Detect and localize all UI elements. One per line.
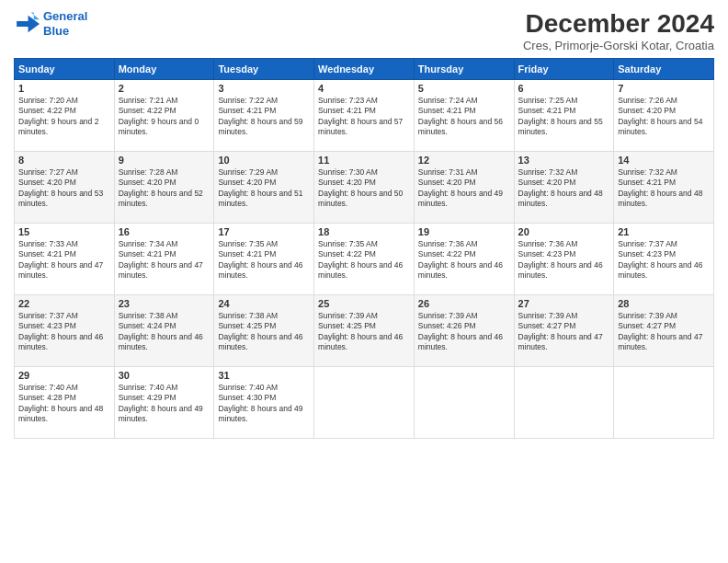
calendar-cell: 30 Sunrise: 7:40 AM Sunset: 4:29 PM Dayl… — [114, 367, 214, 439]
day-number: 22 — [18, 298, 110, 309]
header: General Blue December 2024 Cres, Primorj… — [14, 9, 714, 52]
calendar-cell: 25 Sunrise: 7:39 AM Sunset: 4:25 PM Dayl… — [314, 295, 415, 367]
day-number: 1 — [18, 83, 110, 94]
day-number: 12 — [418, 155, 510, 166]
calendar-cell: 28 Sunrise: 7:39 AM Sunset: 4:27 PM Dayl… — [614, 295, 714, 367]
calendar-cell: 23 Sunrise: 7:38 AM Sunset: 4:24 PM Dayl… — [114, 295, 214, 367]
calendar-cell: 3 Sunrise: 7:22 AM Sunset: 4:21 PM Dayli… — [214, 80, 314, 152]
cell-content: Sunrise: 7:24 AM Sunset: 4:21 PM Dayligh… — [418, 96, 510, 138]
calendar-cell: 26 Sunrise: 7:39 AM Sunset: 4:26 PM Dayl… — [414, 295, 514, 367]
day-number: 15 — [18, 226, 110, 237]
title-block: December 2024 Cres, Primorje-Gorski Kota… — [523, 9, 714, 52]
cell-content: Sunrise: 7:20 AM Sunset: 4:22 PM Dayligh… — [18, 96, 110, 138]
calendar-header-wednesday: Wednesday — [314, 59, 415, 80]
calendar-cell: 7 Sunrise: 7:26 AM Sunset: 4:20 PM Dayli… — [614, 80, 714, 152]
calendar-cell: 5 Sunrise: 7:24 AM Sunset: 4:21 PM Dayli… — [414, 80, 514, 152]
cell-content: Sunrise: 7:40 AM Sunset: 4:30 PM Dayligh… — [218, 383, 310, 425]
calendar-cell — [414, 367, 514, 439]
day-number: 9 — [119, 155, 210, 166]
calendar-cell: 10 Sunrise: 7:29 AM Sunset: 4:20 PM Dayl… — [214, 152, 314, 224]
page: General Blue December 2024 Cres, Primorj… — [0, 0, 728, 563]
day-number: 27 — [518, 298, 610, 309]
calendar-cell: 2 Sunrise: 7:21 AM Sunset: 4:22 PM Dayli… — [114, 80, 214, 152]
cell-content: Sunrise: 7:40 AM Sunset: 4:29 PM Dayligh… — [119, 383, 210, 425]
cell-content: Sunrise: 7:38 AM Sunset: 4:24 PM Dayligh… — [119, 311, 210, 353]
calendar-cell — [314, 367, 415, 439]
cell-content: Sunrise: 7:40 AM Sunset: 4:28 PM Dayligh… — [18, 383, 110, 425]
day-number: 8 — [18, 155, 110, 166]
calendar-header-monday: Monday — [114, 59, 214, 80]
cell-content: Sunrise: 7:28 AM Sunset: 4:20 PM Dayligh… — [119, 167, 210, 210]
logo: General Blue — [14, 9, 87, 38]
location: Cres, Primorje-Gorski Kotar, Croatia — [523, 39, 714, 52]
calendar-week-row: 15 Sunrise: 7:33 AM Sunset: 4:21 PM Dayl… — [15, 224, 714, 295]
day-number: 14 — [618, 155, 710, 166]
cell-content: Sunrise: 7:21 AM Sunset: 4:22 PM Dayligh… — [119, 96, 210, 138]
calendar-header-tuesday: Tuesday — [214, 59, 314, 80]
cell-content: Sunrise: 7:32 AM Sunset: 4:21 PM Dayligh… — [618, 167, 710, 210]
day-number: 10 — [218, 155, 310, 166]
day-number: 20 — [518, 226, 610, 237]
calendar-cell — [514, 367, 614, 439]
calendar-cell: 27 Sunrise: 7:39 AM Sunset: 4:27 PM Dayl… — [514, 295, 614, 367]
day-number: 26 — [418, 298, 510, 309]
logo-icon — [14, 11, 40, 37]
cell-content: Sunrise: 7:37 AM Sunset: 4:23 PM Dayligh… — [18, 311, 110, 353]
day-number: 3 — [218, 83, 310, 94]
calendar-week-row: 1 Sunrise: 7:20 AM Sunset: 4:22 PM Dayli… — [15, 80, 714, 152]
calendar-cell: 21 Sunrise: 7:37 AM Sunset: 4:23 PM Dayl… — [614, 224, 714, 295]
calendar-cell: 12 Sunrise: 7:31 AM Sunset: 4:20 PM Dayl… — [414, 152, 514, 224]
cell-content: Sunrise: 7:26 AM Sunset: 4:20 PM Dayligh… — [618, 96, 710, 138]
calendar-cell: 13 Sunrise: 7:32 AM Sunset: 4:20 PM Dayl… — [514, 152, 614, 224]
calendar-week-row: 8 Sunrise: 7:27 AM Sunset: 4:20 PM Dayli… — [15, 152, 714, 224]
calendar-header-saturday: Saturday — [614, 59, 714, 80]
day-number: 29 — [18, 370, 110, 381]
day-number: 5 — [418, 83, 510, 94]
calendar-cell: 11 Sunrise: 7:30 AM Sunset: 4:20 PM Dayl… — [314, 152, 415, 224]
calendar-cell: 16 Sunrise: 7:34 AM Sunset: 4:21 PM Dayl… — [114, 224, 214, 295]
day-number: 18 — [318, 226, 410, 237]
calendar-week-row: 29 Sunrise: 7:40 AM Sunset: 4:28 PM Dayl… — [15, 367, 714, 439]
cell-content: Sunrise: 7:33 AM Sunset: 4:21 PM Dayligh… — [18, 239, 110, 282]
calendar-header-row: SundayMondayTuesdayWednesdayThursdayFrid… — [15, 59, 714, 80]
cell-content: Sunrise: 7:39 AM Sunset: 4:27 PM Dayligh… — [518, 311, 610, 353]
calendar-cell: 24 Sunrise: 7:38 AM Sunset: 4:25 PM Dayl… — [214, 295, 314, 367]
cell-content: Sunrise: 7:23 AM Sunset: 4:21 PM Dayligh… — [318, 96, 410, 138]
calendar-cell: 15 Sunrise: 7:33 AM Sunset: 4:21 PM Dayl… — [15, 224, 115, 295]
cell-content: Sunrise: 7:34 AM Sunset: 4:21 PM Dayligh… — [119, 239, 210, 282]
calendar-cell: 6 Sunrise: 7:25 AM Sunset: 4:21 PM Dayli… — [514, 80, 614, 152]
day-number: 28 — [618, 298, 710, 309]
calendar-cell: 4 Sunrise: 7:23 AM Sunset: 4:21 PM Dayli… — [314, 80, 415, 152]
day-number: 24 — [218, 298, 310, 309]
cell-content: Sunrise: 7:36 AM Sunset: 4:23 PM Dayligh… — [518, 239, 610, 282]
calendar-cell: 18 Sunrise: 7:35 AM Sunset: 4:22 PM Dayl… — [314, 224, 415, 295]
day-number: 31 — [218, 370, 310, 381]
calendar-week-row: 22 Sunrise: 7:37 AM Sunset: 4:23 PM Dayl… — [15, 295, 714, 367]
cell-content: Sunrise: 7:32 AM Sunset: 4:20 PM Dayligh… — [518, 167, 610, 210]
calendar-cell — [614, 367, 714, 439]
calendar-cell: 22 Sunrise: 7:37 AM Sunset: 4:23 PM Dayl… — [15, 295, 115, 367]
calendar-cell: 8 Sunrise: 7:27 AM Sunset: 4:20 PM Dayli… — [15, 152, 115, 224]
calendar-cell: 29 Sunrise: 7:40 AM Sunset: 4:28 PM Dayl… — [15, 367, 115, 439]
cell-content: Sunrise: 7:27 AM Sunset: 4:20 PM Dayligh… — [18, 167, 110, 210]
day-number: 19 — [418, 226, 510, 237]
cell-content: Sunrise: 7:22 AM Sunset: 4:21 PM Dayligh… — [218, 96, 310, 138]
day-number: 21 — [618, 226, 710, 237]
calendar-header-thursday: Thursday — [414, 59, 514, 80]
cell-content: Sunrise: 7:35 AM Sunset: 4:22 PM Dayligh… — [318, 239, 410, 282]
day-number: 2 — [119, 83, 210, 94]
calendar-cell: 14 Sunrise: 7:32 AM Sunset: 4:21 PM Dayl… — [614, 152, 714, 224]
cell-content: Sunrise: 7:39 AM Sunset: 4:26 PM Dayligh… — [418, 311, 510, 353]
calendar: SundayMondayTuesdayWednesdayThursdayFrid… — [14, 58, 714, 439]
calendar-header-friday: Friday — [514, 59, 614, 80]
day-number: 7 — [618, 83, 710, 94]
cell-content: Sunrise: 7:29 AM Sunset: 4:20 PM Dayligh… — [218, 167, 310, 210]
cell-content: Sunrise: 7:30 AM Sunset: 4:20 PM Dayligh… — [318, 167, 410, 210]
day-number: 17 — [218, 226, 310, 237]
cell-content: Sunrise: 7:36 AM Sunset: 4:22 PM Dayligh… — [418, 239, 510, 282]
calendar-header-sunday: Sunday — [15, 59, 115, 80]
cell-content: Sunrise: 7:38 AM Sunset: 4:25 PM Dayligh… — [218, 311, 310, 353]
cell-content: Sunrise: 7:39 AM Sunset: 4:25 PM Dayligh… — [318, 311, 410, 353]
cell-content: Sunrise: 7:35 AM Sunset: 4:21 PM Dayligh… — [218, 239, 310, 282]
day-number: 25 — [318, 298, 410, 309]
